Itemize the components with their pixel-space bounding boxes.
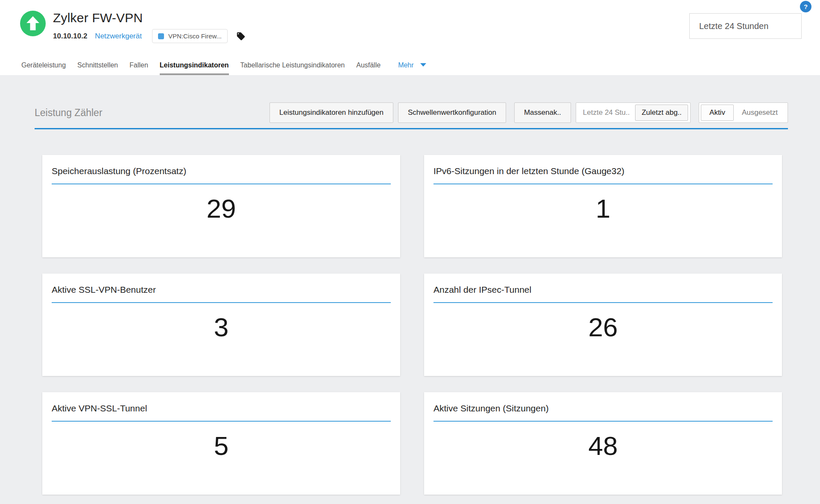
counter-card-ipsec-tunnels: Anzahl der IPsec-Tunnel 26 xyxy=(424,274,782,376)
threshold-configuration-button[interactable]: Schwellenwertkonfiguration xyxy=(398,102,506,123)
tag-color-square-icon xyxy=(158,33,164,39)
device-header: Zylker FW-VPN 10.10.10.2 Netzwerkgerät V… xyxy=(0,0,820,75)
toolbar-actions: Leistungsindikatoren hinzufügen Schwelle… xyxy=(269,102,788,123)
counter-card-ipv6-sessions: IPv6-Sitzungen in der letzten Stunde (Ga… xyxy=(424,155,782,257)
time-filter-group: Letzte 24 Stu.. Zuletzt abg.. xyxy=(576,102,691,123)
help-icon[interactable]: ? xyxy=(800,1,811,12)
counter-title: Aktive SSL-VPN-Benutzer xyxy=(52,285,391,295)
counter-card-ssl-vpn-users: Aktive SSL-VPN-Benutzer 3 xyxy=(42,274,400,376)
counter-card-vpn-ssl-tunnels: Aktive VPN-SSL-Tunnel 5 xyxy=(42,392,400,495)
page: Zylker FW-VPN 10.10.10.2 Netzwerkgerät V… xyxy=(0,0,820,495)
card-title-divider xyxy=(52,302,391,303)
counter-title: Aktive Sitzungen (Sitzungen) xyxy=(433,403,773,414)
device-ip: 10.10.10.2 xyxy=(53,32,87,40)
card-title-divider xyxy=(52,421,391,422)
state-active-option[interactable]: Aktiv xyxy=(701,105,734,121)
tab-ausfaelle[interactable]: Ausfälle xyxy=(356,61,381,75)
counter-value: 1 xyxy=(433,195,773,222)
tab-mehr-label: Mehr xyxy=(398,61,413,69)
counter-value: 26 xyxy=(433,314,773,341)
bulk-action-button[interactable]: Massenak.. xyxy=(514,102,571,123)
device-tag-chip-label: VPN:Cisco Firew... xyxy=(168,33,222,39)
counter-value: 48 xyxy=(433,433,773,459)
card-title-divider xyxy=(433,184,773,184)
counter-title: Aktive VPN-SSL-Tunnel xyxy=(52,403,391,414)
performance-monitors-section: Leistung Zähler Leistungsindikatoren hin… xyxy=(0,102,820,495)
counter-card-active-sessions: Aktive Sitzungen (Sitzungen) 48 xyxy=(424,392,782,495)
device-title-block: Zylker FW-VPN 10.10.10.2 Netzwerkgerät V… xyxy=(53,11,246,43)
counter-title: IPv6-Sitzungen in der letzten Stunde (Ga… xyxy=(433,166,773,176)
time-range-value: Letzte 24 Stunden xyxy=(699,21,768,31)
card-title-divider xyxy=(433,302,773,303)
tab-geraeteleistung[interactable]: Geräteleistung xyxy=(21,61,66,75)
help-glyph: ? xyxy=(804,3,808,10)
counter-value: 29 xyxy=(52,195,391,222)
add-performance-monitors-button[interactable]: Leistungsindikatoren hinzufügen xyxy=(269,102,393,123)
tab-mehr[interactable]: Mehr xyxy=(398,61,426,75)
card-title-divider xyxy=(433,421,773,422)
tag-icon[interactable] xyxy=(236,32,246,41)
counter-value: 3 xyxy=(52,314,391,341)
tab-tabellarische-leistungsindikatoren[interactable]: Tabellarische Leistungsindikatoren xyxy=(240,61,345,75)
device-tag-chip[interactable]: VPN:Cisco Firew... xyxy=(152,29,228,43)
counter-cards-grid: Speicherauslastung (Prozentsatz) 29 IPv6… xyxy=(42,155,782,495)
device-tabs: Geräteleistung Schnittstellen Fallen Lei… xyxy=(21,61,426,75)
counter-title: Anzahl der IPsec-Tunnel xyxy=(433,285,773,295)
card-title-divider xyxy=(52,184,391,184)
section-toolbar: Leistung Zähler Leistungsindikatoren hin… xyxy=(35,102,788,123)
device-type-link[interactable]: Netzwerkgerät xyxy=(95,32,142,40)
counter-card-memory-utilization: Speicherauslastung (Prozentsatz) 29 xyxy=(42,155,400,257)
section-divider xyxy=(35,128,788,129)
chevron-down-icon xyxy=(420,63,426,67)
device-meta-row: 10.10.10.2 Netzwerkgerät VPN:Cisco Firew… xyxy=(53,29,246,43)
time-range-select[interactable]: Letzte 24 Stunden xyxy=(689,13,802,39)
device-identity: Zylker FW-VPN 10.10.10.2 Netzwerkgerät V… xyxy=(20,11,246,43)
time-filter-value[interactable]: Letzte 24 Stu.. xyxy=(583,108,630,117)
last-polled-button[interactable]: Zuletzt abg.. xyxy=(635,105,688,121)
tab-schnittstellen[interactable]: Schnittstellen xyxy=(77,61,118,75)
counter-title: Speicherauslastung (Prozentsatz) xyxy=(52,166,391,176)
state-suspended-option[interactable]: Ausgesetzt xyxy=(734,105,786,121)
monitor-state-toggle: Aktiv Ausgesetzt xyxy=(699,102,788,123)
device-status-up-icon xyxy=(20,11,46,36)
section-title: Leistung Zähler xyxy=(35,107,102,119)
tab-fallen[interactable]: Fallen xyxy=(129,61,148,75)
device-title: Zylker FW-VPN xyxy=(53,11,246,25)
counter-value: 5 xyxy=(52,433,391,459)
tab-leistungsindikatoren[interactable]: Leistungsindikatoren xyxy=(160,61,229,75)
